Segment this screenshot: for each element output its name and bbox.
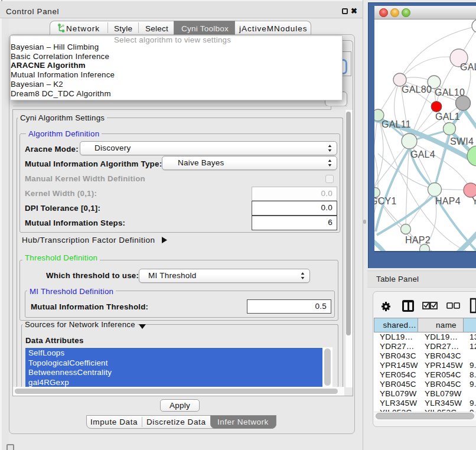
svg-text:GAL4: GAL4 bbox=[410, 149, 435, 159]
svg-text:GAL80: GAL80 bbox=[402, 84, 432, 94]
svg-text:HAP2: HAP2 bbox=[405, 235, 431, 245]
svg-text:GCY1: GCY1 bbox=[374, 196, 397, 206]
svg-text:GAL7: GAL7 bbox=[460, 62, 476, 72]
svg-text:Y: Y bbox=[472, 196, 476, 206]
svg-text:GAL1: GAL1 bbox=[435, 112, 460, 122]
svg-text:HAP4: HAP4 bbox=[435, 196, 461, 206]
svg-text:GAL10: GAL10 bbox=[435, 87, 465, 97]
svg-text:GAL11: GAL11 bbox=[382, 119, 411, 129]
svg-text:SWI4: SWI4 bbox=[450, 136, 474, 146]
